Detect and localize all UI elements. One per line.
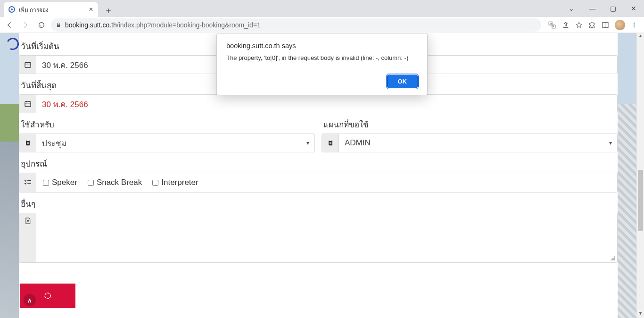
menu-icon[interactable]: [631, 22, 637, 28]
svg-rect-19: [329, 141, 332, 146]
calendar-icon: [19, 56, 36, 74]
use-for-value: ประชุม: [36, 134, 301, 152]
svg-point-4: [634, 22, 635, 23]
clipboard-icon: [322, 134, 339, 152]
equipment-option-speker[interactable]: Speker: [43, 178, 77, 187]
equipment-group: Speker Snack Break Interpreter: [19, 173, 618, 192]
dialog-ok-button[interactable]: OK: [387, 75, 418, 88]
maximize-icon[interactable]: ▢: [603, 5, 623, 12]
checklist-icon: [19, 173, 36, 192]
browser-tab[interactable]: เพิ่ม การจอง ✕: [4, 2, 98, 17]
other-label: อื่นๆ: [19, 195, 618, 213]
translate-icon[interactable]: 文A: [548, 21, 556, 29]
scrollbar[interactable]: ▲ ▼: [636, 33, 644, 318]
svg-rect-2: [603, 22, 608, 27]
checkbox[interactable]: [88, 180, 94, 186]
loading-ring-icon: [5, 36, 20, 51]
department-select[interactable]: ADMIN ▾: [322, 134, 618, 152]
chevron-down-icon[interactable]: ⌄: [561, 5, 582, 12]
other-textarea-wrap: [19, 213, 618, 263]
svg-rect-16: [27, 140, 29, 141]
chevron-down-icon: ▾: [301, 134, 314, 152]
dialog-title: booking.sutt.co.th says: [226, 42, 418, 50]
js-alert-dialog: booking.sutt.co.th says The property, 't…: [216, 33, 428, 95]
scroll-down-icon[interactable]: ▼: [637, 310, 644, 318]
sidepanel-icon[interactable]: [602, 21, 609, 29]
new-tab-button[interactable]: ＋: [102, 4, 115, 17]
svg-rect-7: [25, 62, 31, 67]
dialog-message: The property, 'to[0]', in the request bo…: [226, 54, 418, 61]
page-content: ▲ ▼ วันที่เริ่มต้น 30 พ.ค. 2566 วันที่สิ…: [0, 33, 644, 318]
close-window-icon[interactable]: ✕: [623, 5, 644, 12]
calendar-icon: [19, 95, 36, 113]
tab-strip: เพิ่ม การจอง ✕ ＋ ⌄ ― ▢ ✕: [0, 0, 644, 17]
minimize-icon[interactable]: ―: [582, 5, 603, 12]
end-date-field[interactable]: 30 พ.ค. 2566: [19, 94, 618, 113]
department-value: ADMIN: [339, 134, 604, 152]
favicon-icon: [8, 6, 15, 13]
arrow-right-icon: [22, 21, 29, 29]
url-field[interactable]: booking.sutt.co.th/index.php?module=book…: [51, 18, 541, 32]
forward-button[interactable]: [19, 18, 32, 32]
svg-rect-11: [25, 101, 31, 107]
scroll-top-icon[interactable]: ∧: [24, 294, 36, 306]
url-text: booking.sutt.co.th/index.php?module=book…: [65, 21, 261, 29]
chevron-down-icon: ▾: [604, 134, 617, 152]
share-icon[interactable]: [562, 21, 570, 29]
end-date-value: 30 พ.ค. 2566: [36, 95, 617, 113]
scroll-up-icon[interactable]: ▲: [637, 33, 644, 41]
toolbar-icons: 文A: [544, 20, 641, 30]
checkbox[interactable]: [43, 180, 49, 186]
svg-rect-15: [26, 141, 30, 146]
svg-rect-20: [330, 140, 331, 141]
svg-text:A: A: [553, 25, 555, 28]
svg-point-27: [45, 293, 50, 299]
svg-point-6: [634, 26, 635, 27]
reload-button[interactable]: [35, 18, 48, 32]
reload-icon: [38, 21, 45, 29]
equipment-option-snack[interactable]: Snack Break: [88, 178, 142, 187]
clipboard-icon: [19, 134, 36, 152]
checkbox[interactable]: [152, 180, 158, 186]
lock-icon: [56, 22, 61, 28]
use-for-label: ใช้สำหรับ: [19, 116, 315, 134]
svg-point-5: [634, 24, 635, 25]
equipment-option-interpreter[interactable]: Interpreter: [152, 178, 198, 187]
department-label: แผนกที่ขอใช้: [322, 116, 618, 134]
document-icon: [19, 213, 36, 262]
scroll-thumb[interactable]: [638, 170, 643, 231]
use-for-select[interactable]: ประชุม ▾: [19, 134, 315, 152]
star-icon[interactable]: [575, 21, 583, 29]
svg-text:文: 文: [550, 22, 552, 25]
close-tab-icon[interactable]: ✕: [89, 6, 93, 13]
window-controls: ⌄ ― ▢ ✕: [561, 0, 644, 17]
tab-title: เพิ่ม การจอง: [19, 5, 49, 14]
address-bar: booking.sutt.co.th/index.php?module=book…: [0, 17, 644, 33]
back-button[interactable]: [3, 18, 16, 32]
equipment-label: อุปกรณ์: [19, 155, 618, 173]
submit-button[interactable]: ∧: [20, 284, 75, 308]
profile-avatar[interactable]: [615, 20, 625, 30]
extensions-icon[interactable]: [588, 21, 596, 29]
other-textarea[interactable]: [36, 213, 617, 262]
arrow-left-icon: [6, 21, 13, 29]
spinner-icon: [43, 292, 52, 300]
